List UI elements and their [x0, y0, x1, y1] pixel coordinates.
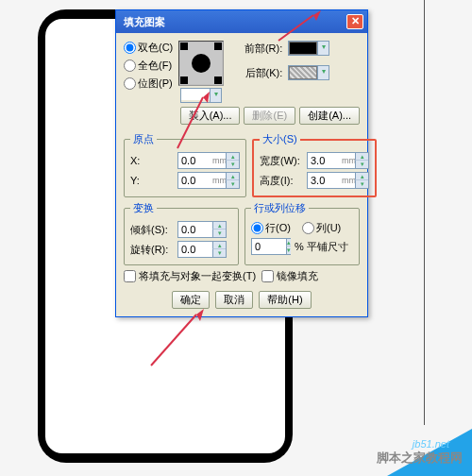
- back-color-picker[interactable]: ▾: [288, 65, 329, 80]
- origin-x-input[interactable]: 0.0mm▴▾: [177, 152, 240, 169]
- transform-group: 变换 倾斜(S):0.0▴▾ 旋转(R):0.0▴▾: [124, 201, 239, 265]
- watermark-url: jb51.net: [413, 438, 449, 450]
- cancel-button[interactable]: 取消: [215, 291, 253, 309]
- watermark-text: 脚本之家教程网: [377, 450, 463, 467]
- delete-button: 删除(E): [244, 107, 295, 125]
- guide-line: [424, 0, 425, 425]
- close-button[interactable]: ✕: [346, 14, 363, 29]
- titlebar[interactable]: 填充图案 ✕: [116, 10, 367, 33]
- dialog-title: 填充图案: [124, 15, 346, 29]
- create-button[interactable]: 创建(A)...: [299, 107, 360, 125]
- svg-point-1: [192, 54, 211, 73]
- svg-rect-4: [180, 76, 188, 84]
- svg-rect-2: [180, 42, 188, 50]
- radio-row[interactable]: 行(O): [251, 221, 295, 235]
- radio-bitmap[interactable]: 位图(P): [124, 76, 173, 91]
- ok-button[interactable]: 确定: [172, 291, 210, 309]
- pattern-preview[interactable]: [178, 41, 224, 86]
- color-mode-group: 双色(C) 全色(F) 位图(P): [124, 41, 173, 91]
- width-input[interactable]: 3.0mm▴▾: [307, 152, 369, 169]
- size-group: 大小(S) 宽度(W):3.0mm▴▾ 高度(I):3.0mm▴▾: [252, 132, 377, 197]
- skew-input[interactable]: 0.0▴▾: [177, 221, 227, 238]
- check-mirror-fill[interactable]: 镜像填充: [261, 269, 318, 283]
- svg-rect-5: [214, 76, 222, 84]
- offset-group: 行或列位移 行(O) 列(U) 0▴▾% 平铺尺寸: [244, 201, 360, 265]
- check-transform-with-object[interactable]: 将填充与对象一起变换(T): [124, 269, 256, 283]
- load-button[interactable]: 装入(A)...: [180, 107, 241, 125]
- origin-y-input[interactable]: 0.0mm▴▾: [177, 172, 240, 189]
- offset-input[interactable]: 0▴▾: [251, 238, 291, 255]
- fill-pattern-dialog: 填充图案 ✕ 双色(C) 全色(F) 位图(P) ▾ 前部(R):▾ 后部(K)…: [115, 9, 368, 317]
- front-color-picker[interactable]: ▾: [288, 41, 329, 56]
- radio-dual-color[interactable]: 双色(C): [124, 41, 173, 55]
- radio-col[interactable]: 列(U): [302, 221, 346, 235]
- svg-rect-3: [214, 42, 222, 50]
- radio-full-color[interactable]: 全色(F): [124, 59, 173, 73]
- pattern-dropdown[interactable]: ▾: [210, 89, 221, 102]
- height-input[interactable]: 3.0mm▴▾: [307, 172, 369, 189]
- front-label: 前部(R):: [233, 42, 282, 56]
- help-button[interactable]: 帮助(H): [259, 291, 311, 309]
- rotate-input[interactable]: 0.0▴▾: [177, 241, 227, 258]
- back-label: 后部(K):: [233, 66, 282, 80]
- origin-group: 原点 X:0.0mm▴▾ Y:0.0mm▴▾: [124, 132, 246, 197]
